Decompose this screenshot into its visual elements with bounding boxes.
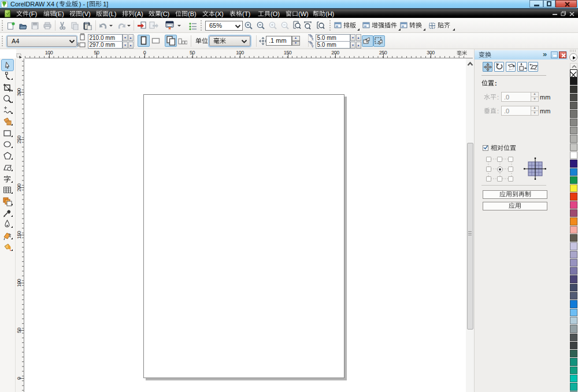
svg-text:y: y [312, 44, 314, 47]
svg-text:x: x [312, 37, 314, 40]
